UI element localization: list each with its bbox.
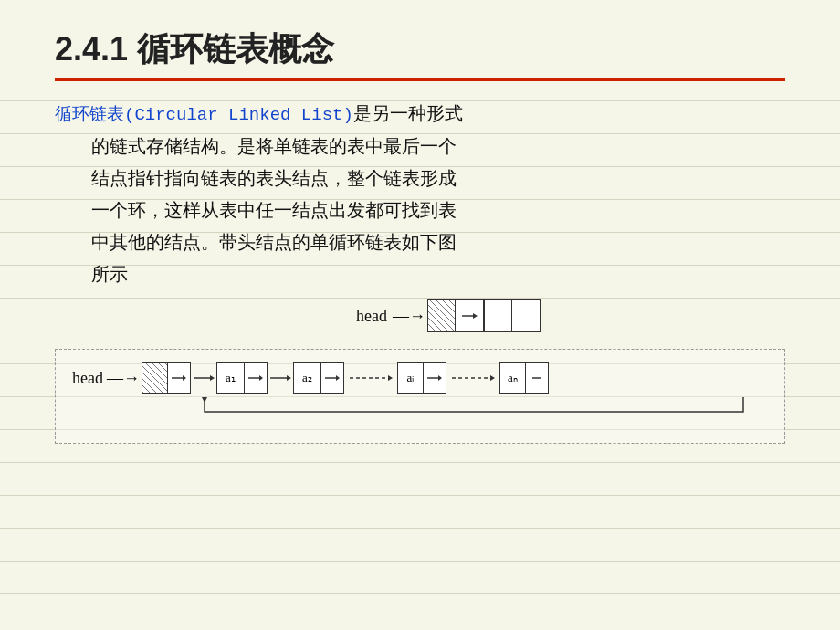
bottom-ai-node: aᵢ [397,362,446,394]
top-empty-right [512,300,540,331]
page-title: 2.4.1 循环链表概念 [55,27,785,72]
top-empty-node [484,299,541,332]
bottom-an-ptr [526,363,548,393]
svg-marker-17 [490,375,495,381]
bottom-diagram-row: head —→ [72,362,768,394]
bottom-an-data: aₙ [500,363,526,393]
bottom-a1-ptr [245,363,267,393]
svg-marker-13 [388,375,393,381]
top-diagram: head —→ [55,299,785,332]
bottom-a2-data: a₂ [294,363,321,393]
title-underline [55,78,785,81]
keyword-term: 循环链表(Circular Linked List) [55,105,353,125]
top-head-node [427,299,484,332]
paragraph-line3: 结点指针指向链表的表头结点，整个链表形成 [55,163,785,194]
svg-marker-1 [473,313,478,319]
paragraph-text: 是另一种形式 [353,103,463,123]
bottom-a1-data: a₁ [217,363,245,393]
dots-arrow-icon [348,372,394,384]
bottom-head-node [142,362,191,394]
arrow1-icon [192,372,215,384]
paragraph-line2: 的链式存储结构。是将单链表的表中最后一个 [55,131,785,163]
svg-marker-7 [259,375,263,381]
content-area: 循环链表(Circular Linked List)是另一种形式 的链式存储结构… [55,98,785,444]
paragraph-line5: 中其他的结点。带头结点的单循环链表如下图 [55,226,785,258]
bottom-head-arrow-icon [171,373,187,383]
top-node-ptr [456,300,483,331]
a1-arrow-icon [247,373,264,383]
svg-marker-19 [202,397,207,403]
bottom-ai-ptr [424,363,446,393]
bottom-ai-data: aᵢ [398,363,424,393]
dots-arrow2-icon [450,372,496,384]
bottom-diagram-section: head —→ [55,349,785,444]
top-arrow1: —→ [393,307,425,326]
dots-connector2 [450,372,496,384]
bottom-a1-node: a₁ [216,362,268,394]
title-section: 2.4.1 循环链表概念 [55,27,785,81]
dots-connector [348,372,394,384]
bottom-node-hatch [142,363,168,393]
bottom-head-label: head [72,369,103,388]
a2-arrow-icon [324,373,341,383]
slide: 2.4.1 循环链表概念 循环链表(Circular Linked List)是… [0,0,840,630]
top-node-hatch [428,300,456,331]
bottom-arrow0: —→ [107,369,140,388]
top-node-inner-arrow-icon [460,310,478,322]
top-head-label: head [356,307,387,326]
svg-marker-3 [183,375,186,381]
top-diagram-row: head —→ [356,299,785,332]
bottom-an-node: aₙ [499,362,549,394]
paragraph-line4: 一个环，这样从表中任一结点出发都可找到表 [55,194,785,226]
svg-marker-5 [210,375,215,381]
svg-marker-9 [287,375,291,381]
svg-marker-15 [438,375,442,381]
top-empty-left [485,300,512,331]
main-paragraph: 循环链表(Circular Linked List)是另一种形式 的链式存储结构… [55,98,785,290]
bottom-a2-node: a₂ [293,362,344,394]
circular-back-arrow [72,395,766,421]
svg-marker-11 [336,375,340,381]
paragraph-line6: 所示 [55,258,785,290]
ai-arrow-icon [426,373,443,383]
bottom-node-ptr [168,363,190,393]
bottom-a2-ptr [321,363,343,393]
arrow2-icon [268,372,292,384]
an-ptr-icon [529,373,545,383]
